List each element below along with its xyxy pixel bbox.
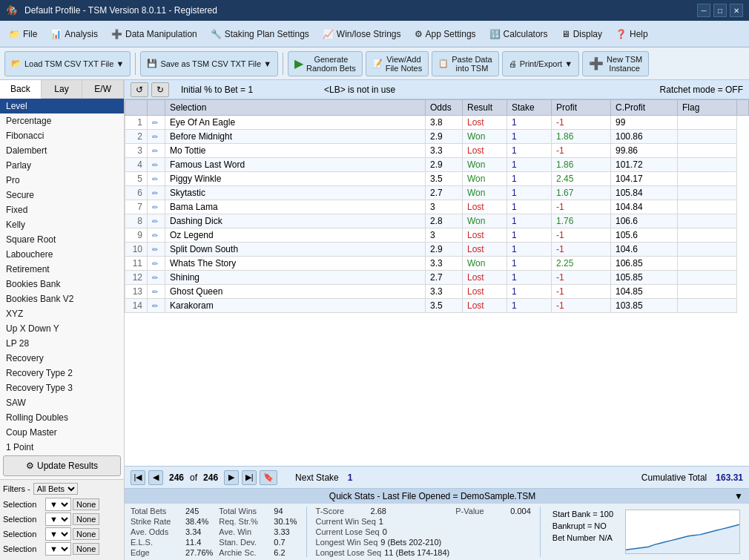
menu-file[interactable]: 📁 File	[3, 26, 43, 42]
quick-stats-body: Total Bets245Strike Rate38.4%Ave. Odds3.…	[125, 504, 749, 560]
tab-back[interactable]: Back	[0, 80, 42, 99]
table-row: 11 ✏ Whats The Story 3.3 Won 1 2.25 106.…	[125, 257, 749, 271]
data-manip-icon: ➕	[111, 29, 122, 39]
next-page-button[interactable]: ▶	[224, 470, 239, 485]
menu-staking[interactable]: 🔧 Staking Plan Settings	[205, 26, 315, 42]
sidebar-item-xyz[interactable]: XYZ	[0, 306, 124, 321]
sidebar-item-square-root[interactable]: Square Root	[0, 232, 124, 247]
of-label: of	[190, 472, 197, 483]
table-row: 9 ✏ Oz Legend 3 Lost 1 -1 105.6	[125, 228, 749, 243]
print-button[interactable]: 🖨 Print/Export ▼	[502, 51, 579, 76]
row-edit[interactable]: ✏	[148, 285, 165, 299]
current-page: 246	[169, 472, 184, 483]
redo-button[interactable]: ↻	[151, 82, 169, 97]
collapse-icon[interactable]: ▼	[734, 491, 743, 501]
menu-help[interactable]: ❓ Help	[610, 26, 654, 42]
row-edit[interactable]: ✏	[148, 186, 165, 200]
row-edit[interactable]: ✏	[148, 200, 165, 214]
close-button[interactable]: ✕	[730, 4, 743, 17]
tab-ew[interactable]: E/W	[82, 80, 124, 98]
row-num: 11	[125, 257, 148, 271]
row-edit[interactable]: ✏	[148, 243, 165, 257]
row-edit[interactable]: ✏	[148, 257, 165, 271]
sidebar-item-secure[interactable]: Secure	[0, 188, 124, 202]
total-pages: 246	[203, 472, 218, 483]
undo-button[interactable]: ↺	[131, 82, 148, 97]
prev-page-button[interactable]: ◀	[148, 470, 163, 485]
row-edit[interactable]: ✏	[148, 158, 165, 172]
sidebar-item-retirement[interactable]: Retirement	[0, 262, 124, 277]
filter-row-3: Selection ▼ None	[3, 542, 121, 556]
viewadd-button[interactable]: 📝 View/AddFile Notes	[366, 51, 429, 76]
sidebar-item-rolling-doubles[interactable]: Rolling Doubles	[0, 410, 124, 425]
menu-data-manipulation[interactable]: ➕ Data Manipulation	[105, 26, 203, 42]
maximize-button[interactable]: □	[713, 4, 727, 17]
sidebar-item-saw[interactable]: SAW	[0, 395, 124, 410]
row-edit[interactable]: ✏	[148, 144, 165, 158]
row-stake: 1	[507, 257, 552, 271]
sidebar-item-recovery[interactable]: Recovery	[0, 351, 124, 366]
row-num: 10	[125, 243, 148, 257]
sidebar-item-recovery-type-3[interactable]: Recovery Type 3	[0, 381, 124, 395]
row-stake: 1	[507, 228, 552, 243]
menu-bar: 📁 File 📊 Analysis ➕ Data Manipulation 🔧 …	[0, 21, 749, 47]
menu-calculators[interactable]: 🔢 Calculators	[484, 26, 554, 42]
menu-analysis[interactable]: 📊 Analysis	[44, 26, 104, 42]
quick-stats-title: Quick Stats - Last File Opened = DemoSam…	[329, 491, 535, 501]
sidebar-item-1-point[interactable]: 1 Point	[0, 440, 124, 452]
all-bets-select[interactable]: All Bets	[33, 483, 78, 495]
filter-select-2[interactable]: ▼	[45, 527, 71, 541]
save-icon: 💾	[147, 59, 157, 68]
paste-button[interactable]: 📋 Paste Datainto TSM	[432, 51, 498, 76]
row-cprofit: 106.6	[611, 214, 678, 228]
filter-select-3[interactable]: ▼	[45, 542, 71, 556]
load-button[interactable]: 📂 Load TSM CSV TXT File ▼	[4, 51, 131, 76]
stat-row: Current Lose Seq0	[316, 527, 450, 536]
sidebar-item-pro[interactable]: Pro	[0, 173, 124, 188]
row-edit[interactable]: ✏	[148, 299, 165, 313]
filter-select-1[interactable]: ▼	[45, 513, 71, 526]
filter-select-0[interactable]: ▼	[45, 498, 71, 511]
row-edit[interactable]: ✏	[148, 172, 165, 186]
sidebar-item-dalembert[interactable]: Dalembert	[0, 143, 124, 158]
row-edit[interactable]: ✏	[148, 228, 165, 243]
sidebar-item-kelly[interactable]: Kelly	[0, 217, 124, 232]
menu-winlose[interactable]: 📈 Win/lose Strings	[317, 26, 407, 42]
generate-button[interactable]: ▶ GenerateRandom Bets	[288, 51, 363, 76]
row-edit[interactable]: ✏	[148, 116, 165, 130]
row-flag	[678, 228, 737, 243]
status-bar: ↺ ↻ Initial % to Bet = 1 <LB> is not in …	[125, 80, 749, 99]
sidebar-item-fibonacci[interactable]: Fibonacci	[0, 128, 124, 143]
update-results-button[interactable]: ⚙ Update Results	[3, 455, 121, 476]
tab-lay[interactable]: Lay	[42, 80, 83, 98]
first-page-button[interactable]: |◀	[131, 470, 145, 485]
sidebar-item-up-x-down-y[interactable]: Up X Down Y	[0, 321, 124, 336]
row-odds: 3.8	[426, 116, 463, 130]
sidebar-item-bookies-bank[interactable]: Bookies Bank	[0, 277, 124, 291]
sidebar-item-percentage[interactable]: Percentage	[0, 113, 124, 128]
new-tsm-button[interactable]: ➕ New TSMInstance	[582, 51, 649, 76]
save-button[interactable]: 💾 Save as TSM CSV TXT File ▼	[140, 51, 278, 76]
sidebar-item-bookies-bank-v2[interactable]: Bookies Bank V2	[0, 291, 124, 306]
col-result: Result	[463, 100, 507, 116]
row-edit[interactable]: ✏	[148, 130, 165, 144]
row-result: Won	[463, 214, 507, 228]
last-page-button[interactable]: ▶|	[242, 470, 257, 485]
row-selection: Ghost Queen	[165, 285, 426, 299]
bookmark-button[interactable]: 🔖	[260, 470, 277, 485]
row-stake: 1	[507, 130, 552, 144]
row-edit[interactable]: ✏	[148, 271, 165, 285]
menu-app-settings[interactable]: ⚙ App Settings	[409, 26, 482, 42]
row-stake: 1	[507, 285, 552, 299]
sidebar-item-labouchere[interactable]: Labouchere	[0, 247, 124, 262]
menu-display[interactable]: 🖥 Display	[555, 26, 608, 42]
display-icon: 🖥	[561, 29, 570, 39]
row-edit[interactable]: ✏	[148, 214, 165, 228]
sidebar-item-lp-28[interactable]: LP 28	[0, 336, 124, 351]
sidebar-item-level[interactable]: Level	[0, 99, 124, 113]
sidebar-item-fixed[interactable]: Fixed	[0, 202, 124, 217]
sidebar-item-coup-master[interactable]: Coup Master	[0, 425, 124, 440]
sidebar-item-recovery-type-2[interactable]: Recovery Type 2	[0, 366, 124, 381]
minimize-button[interactable]: ─	[697, 4, 710, 17]
sidebar-item-parlay[interactable]: Parlay	[0, 158, 124, 173]
